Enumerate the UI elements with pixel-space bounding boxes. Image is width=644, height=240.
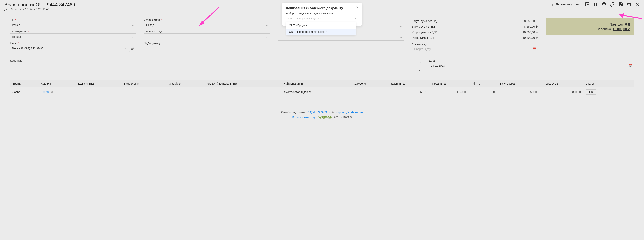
doc-type-copy-select[interactable]: CRT - Повернення від клієнта — [286, 16, 358, 21]
copy-document-modal: ✕ Копіювання складського документу Вибер… — [282, 3, 362, 26]
dropdown-option-out[interactable]: OUT - Продаж — [286, 22, 356, 29]
modal-backdrop[interactable]: ✕ Копіювання складського документу Вибер… — [0, 0, 644, 123]
doc-type-dropdown: OUT - Продаж CRT - Повернення від клієнт… — [286, 22, 356, 35]
modal-title: Копіювання складського документу — [286, 6, 358, 10]
modal-prompt: Виберіть тип документу для копіювання : — [286, 12, 358, 15]
dropdown-option-crt[interactable]: CRT - Повернення від клієнта — [286, 29, 356, 35]
modal-close-icon[interactable]: ✕ — [356, 6, 358, 9]
